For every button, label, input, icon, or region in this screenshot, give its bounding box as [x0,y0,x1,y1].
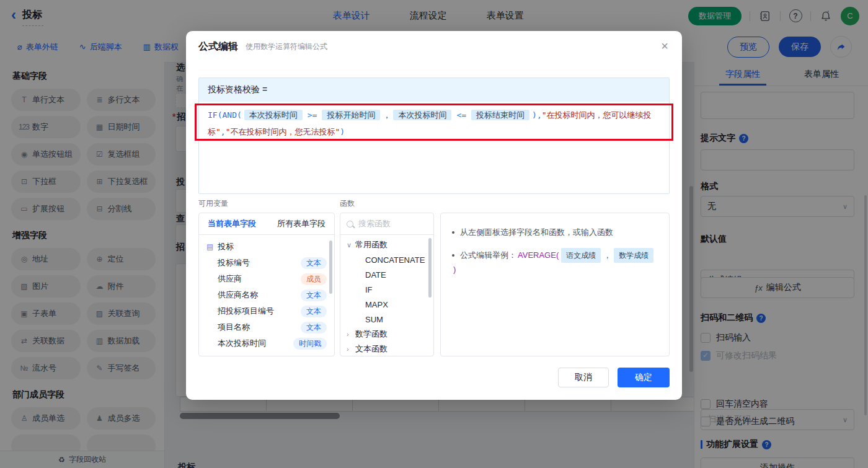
variables-label: 可用变量 [198,198,228,209]
field-type-badge: 成员 [301,273,327,285]
variable-row[interactable]: 供应商 成员 [199,271,334,287]
function-item[interactable]: MAPX [340,297,433,312]
formula-edit-modal: 公式编辑 使用数学运算符编辑公式 × 投标资格校验 = IF(AND(本次投标时… [186,31,682,400]
functions-list: ∨ 常用函数 CONCATENATE DATE [340,235,433,356]
example-function: AVERAGE( [518,249,559,262]
variable-row[interactable]: 项目名称 文本 [199,319,334,335]
variables-tree-root[interactable]: ▤ 投标 [199,239,334,255]
field-type-badge: 文本 [301,289,327,301]
variables-list: 投标编号 文本 供应商 成员 供应商名称 文本 招投标项目编号 [199,255,334,351]
function-item[interactable]: IF [340,282,433,297]
form-doc-icon: ▤ [206,242,213,251]
caret-icon: ∨ [347,241,355,249]
modal-title: 公式编辑 [198,40,238,53]
tab-all-form-fields[interactable]: 所有表单字段 [277,218,326,229]
variables-panel: 当前表单字段 所有表单字段 ▤ 投标 投标编号 文本 供应商 成员 [198,213,335,356]
tab-current-form-fields[interactable]: 当前表单字段 [208,218,256,229]
tip-line-2: 公式编辑举例：AVERAGE(语文成绩，数学成绩) [452,248,658,276]
formula-input[interactable]: IF(AND(本次投标时间>=投标开始时间，本次投标时间<=投标结束时间),"在… [199,102,669,193]
formula-token: >= [308,110,317,120]
close-icon[interactable]: × [661,40,668,52]
caret-icon: › [347,330,355,338]
variables-tabs: 当前表单字段 所有表单字段 [199,213,334,235]
function-search-input[interactable]: 搜索函数 [340,213,433,235]
function-item[interactable]: CONCATENATE [340,252,433,267]
tip-line-1: 从左侧面板选择字段名和函数，或输入函数 [452,226,658,239]
modal-subtitle: 使用数学运算符编辑公式 [246,42,327,52]
example-field-chip: 语文成绩 [561,248,601,263]
function-item[interactable]: SUM [340,312,433,327]
functions-scrollbar[interactable] [428,238,432,298]
caret-icon: › [347,345,355,353]
variables-scrollbar[interactable] [329,241,332,294]
cancel-button[interactable]: 取消 [558,368,609,387]
tips-panel: 从左侧面板选择字段名和函数，或输入函数 公式编辑举例：AVERAGE(语文成绩，… [440,213,670,356]
function-item[interactable]: › 数学函数 [340,327,433,342]
example-field-chip: 数学成绩 [614,248,653,263]
functions-label: 函数 [340,198,355,209]
function-item[interactable]: ∨ 常用函数 [340,237,433,252]
formula-token: "不在投标时间内，您无法投标" [226,127,340,136]
field-type-badge: 时间戳 [293,338,327,350]
formula-token: , [221,127,226,136]
app-root: ‹ 投标 表单设计 流程设定 表单设置 数据管理 ? C ⌀ 表单外链 [0,0,868,468]
formula-token: ) [340,127,345,136]
function-item[interactable]: DATE [340,267,433,282]
field-type-badge: 文本 [301,306,327,317]
variable-row[interactable]: 投标编号 文本 [199,255,334,271]
formula-token: IF(AND( [208,110,242,120]
search-placeholder: 搜索函数 [358,218,391,229]
field-type-badge: 文本 [301,257,327,269]
formula-token: <= [456,110,466,120]
search-icon [347,221,353,227]
variable-row[interactable]: 本次投标时间 时间戳 [199,335,334,351]
formula-token: 本次投标时间 [393,110,451,120]
formula-token: ， [383,110,391,120]
confirm-button[interactable]: 确定 [618,368,670,387]
formula-token: 本次投标时间 [244,110,303,120]
variable-row[interactable]: 供应商名称 文本 [199,287,334,303]
variable-row[interactable]: 招投标项目编号 文本 [199,303,334,319]
functions-panel: 搜索函数 ∨ 常用函数 CONCATENATE [340,213,434,356]
field-type-badge: 文本 [301,322,327,333]
function-item[interactable]: › 文本函数 [340,342,433,356]
modal-header: 公式编辑 使用数学运算符编辑公式 × [186,31,682,62]
formula-target-field: 投标资格校验 = [199,78,669,102]
formula-token: ), [532,110,542,120]
formula-token: 投标开始时间 [322,110,380,120]
formula-editor: 投标资格校验 = IF(AND(本次投标时间>=投标开始时间，本次投标时间<=投… [198,77,670,194]
formula-token: 投标结束时间 [471,110,529,120]
